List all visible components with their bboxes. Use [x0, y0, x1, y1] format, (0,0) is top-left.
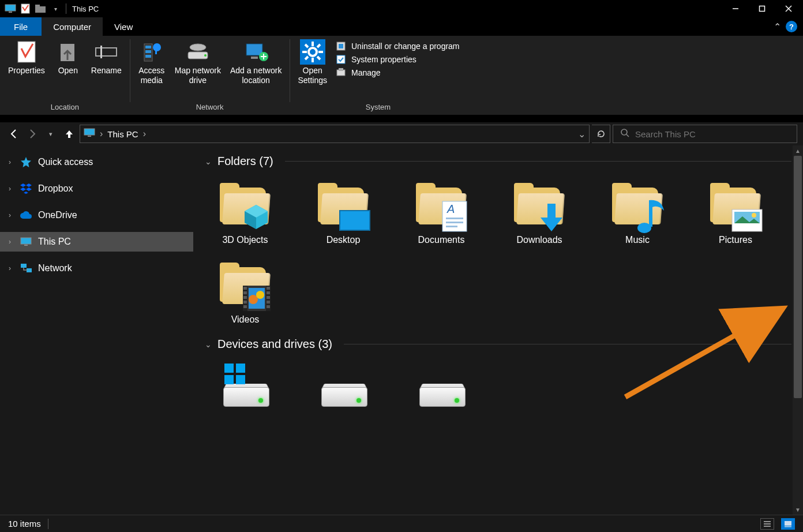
tab-computer[interactable]: Computer: [42, 17, 103, 36]
svg-rect-75: [224, 364, 234, 373]
folder-videos[interactable]: Videos: [205, 253, 286, 327]
open-settings-label: Open Settings: [298, 66, 327, 85]
forward-button[interactable]: [24, 126, 40, 142]
properties-qat-icon[interactable]: [18, 2, 32, 15]
svg-point-21: [190, 44, 206, 51]
uninstall-programs-button[interactable]: Uninstall or change a program: [335, 40, 460, 52]
svg-rect-1: [9, 12, 12, 13]
open-button[interactable]: Open: [51, 39, 85, 102]
folder-desktop[interactable]: Desktop: [303, 174, 384, 248]
folder-music[interactable]: Music: [597, 174, 678, 248]
svg-rect-47: [27, 268, 32, 272]
svg-line-43: [626, 134, 629, 137]
tab-file[interactable]: File: [0, 17, 42, 36]
folder-downloads[interactable]: Downloads: [499, 174, 580, 248]
tree-label: Dropbox: [38, 183, 73, 194]
new-folder-qat-icon[interactable]: [33, 2, 47, 15]
tree-dropbox[interactable]: › Dropbox: [0, 179, 193, 198]
drive-item-1[interactable]: [205, 357, 286, 417]
address-bar[interactable]: › This PC › ⌄: [80, 125, 590, 143]
address-dropdown-icon[interactable]: ⌄: [578, 129, 586, 140]
properties-button[interactable]: Properties: [5, 39, 48, 102]
open-settings-button[interactable]: Open Settings: [294, 39, 331, 102]
back-button[interactable]: [6, 126, 22, 142]
folder-documents[interactable]: A Documents: [401, 174, 482, 248]
svg-rect-11: [96, 48, 117, 56]
drive-item-3[interactable]: [401, 357, 482, 417]
network-icon: [20, 262, 32, 275]
svg-rect-15: [145, 50, 151, 53]
drive-icon: [316, 359, 371, 414]
svg-rect-16: [145, 55, 151, 58]
maximize-button[interactable]: [749, 0, 775, 17]
title-bar: ▾ This PC: [0, 0, 803, 17]
chevron-right-icon[interactable]: ›: [6, 158, 14, 166]
tree-network[interactable]: › Network: [0, 258, 193, 278]
map-network-drive-button[interactable]: Map network drive: [171, 39, 224, 102]
monitor-icon: [20, 235, 32, 248]
manage-button[interactable]: Manage: [335, 67, 460, 78]
scroll-up-icon[interactable]: ▲: [793, 145, 803, 156]
system-properties-button[interactable]: System properties: [335, 54, 460, 65]
collapse-ribbon-icon[interactable]: ⌃: [774, 21, 781, 32]
qat-dropdown-icon[interactable]: ▾: [48, 2, 62, 15]
vertical-scrollbar[interactable]: ▲ ▼: [793, 145, 803, 515]
refresh-button[interactable]: [592, 125, 610, 143]
group-label-system: System: [294, 102, 461, 114]
chevron-down-icon[interactable]: ⌄: [205, 340, 212, 349]
up-button[interactable]: [61, 126, 77, 142]
scrollbar-thumb[interactable]: [794, 156, 802, 398]
map-drive-label: Map network drive: [175, 66, 221, 85]
scroll-down-icon[interactable]: ▼: [793, 504, 803, 515]
minimize-button[interactable]: [722, 0, 749, 17]
properties-icon: [17, 40, 36, 63]
tile-label: Pictures: [719, 235, 752, 245]
chevron-right-icon[interactable]: ›: [143, 129, 146, 139]
large-icons-view-button[interactable]: [781, 518, 795, 530]
open-icon: [58, 40, 78, 63]
svg-rect-83: [785, 521, 791, 526]
folder-pictures[interactable]: Pictures: [695, 174, 776, 248]
tree-this-pc[interactable]: › This PC: [0, 232, 193, 252]
group-header-folders[interactable]: ⌄ Folders (7): [205, 155, 791, 168]
svg-point-58: [752, 213, 756, 218]
navigation-tree: › Quick access › Dropbox › OneDrive › Th…: [0, 145, 193, 515]
recent-locations-button[interactable]: ▾: [43, 126, 59, 142]
rename-button[interactable]: Rename: [88, 39, 125, 102]
chevron-down-icon[interactable]: ⌄: [205, 157, 212, 166]
svg-point-20: [204, 54, 207, 57]
details-view-button[interactable]: [760, 518, 774, 530]
svg-rect-69: [267, 296, 270, 299]
group-title: Folders (7): [217, 155, 273, 168]
close-button[interactable]: [775, 0, 802, 17]
help-icon[interactable]: ?: [786, 21, 797, 32]
tab-view[interactable]: View: [103, 17, 144, 36]
folder-3d-objects[interactable]: 3D Objects: [205, 174, 286, 248]
add-network-location-button[interactable]: Add a network location: [227, 39, 286, 102]
chevron-right-icon[interactable]: ›: [6, 185, 14, 193]
ribbon-group-location: Properties Open Rename Location: [0, 36, 130, 115]
drive-item-2[interactable]: [303, 357, 384, 417]
settings-gear-icon: [300, 40, 325, 63]
access-media-label: Access media: [138, 66, 164, 85]
svg-rect-76: [236, 364, 245, 373]
access-media-button[interactable]: Access media: [134, 39, 169, 102]
chevron-right-icon[interactable]: ›: [6, 211, 14, 219]
tile-label: Downloads: [516, 235, 562, 245]
search-input[interactable]: [635, 129, 790, 139]
tree-quick-access[interactable]: › Quick access: [0, 152, 193, 172]
group-header-drives[interactable]: ⌄ Devices and drives (3): [205, 338, 791, 351]
tree-label: OneDrive: [38, 210, 77, 220]
chevron-right-icon[interactable]: ›: [6, 238, 14, 246]
monitor-icon: [84, 128, 95, 140]
dropbox-icon: [20, 182, 32, 195]
tree-onedrive[interactable]: › OneDrive: [0, 205, 193, 225]
svg-rect-14: [145, 46, 151, 48]
chevron-right-icon[interactable]: ›: [6, 264, 14, 272]
svg-rect-4: [35, 5, 40, 8]
svg-rect-44: [21, 238, 31, 244]
chevron-right-icon[interactable]: ›: [100, 129, 103, 139]
svg-rect-78: [236, 375, 245, 384]
search-box[interactable]: [613, 125, 797, 143]
breadcrumb-this-pc[interactable]: This PC: [107, 129, 138, 139]
